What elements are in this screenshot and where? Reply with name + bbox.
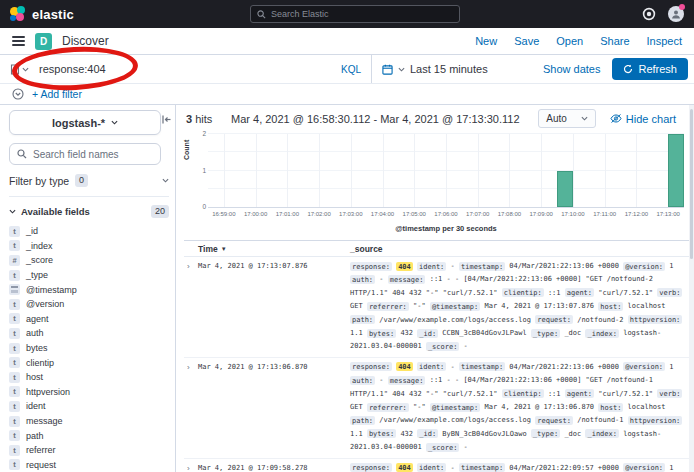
source-field-label: clientip: bbox=[502, 389, 544, 398]
user-avatar[interactable] bbox=[668, 6, 684, 22]
source-value: - bbox=[464, 342, 468, 350]
v-gridline bbox=[636, 134, 637, 207]
source-highlight: 404 bbox=[396, 362, 413, 371]
field-item-_score[interactable]: #_score bbox=[9, 253, 166, 268]
text-field-icon: t bbox=[9, 328, 20, 339]
source-field-label: bytes: bbox=[367, 429, 396, 438]
source-field-label: _id: bbox=[417, 429, 438, 438]
vertical-scrollbar[interactable] bbox=[689, 105, 694, 472]
field-item-httpversion[interactable]: thttpversion bbox=[9, 385, 166, 400]
source-field-label: request: bbox=[535, 416, 573, 425]
filter-by-type-label: Filter by type bbox=[9, 175, 69, 187]
expand-row-icon[interactable]: › bbox=[184, 462, 198, 472]
source-field-label: auth: bbox=[350, 275, 375, 284]
x-tick-label: 16:59:00 bbox=[212, 211, 235, 217]
field-item-_index[interactable]: t_index bbox=[9, 239, 166, 254]
v-gridline bbox=[509, 134, 510, 207]
field-item-auth[interactable]: tauth bbox=[9, 326, 166, 341]
share-button[interactable]: Share bbox=[600, 35, 629, 47]
inspect-button[interactable]: Inspect bbox=[647, 35, 682, 47]
text-field-icon: t bbox=[9, 299, 20, 310]
expand-row-icon[interactable]: › bbox=[184, 260, 198, 271]
time-range-value[interactable]: Last 15 minutes bbox=[410, 63, 488, 75]
source-field-label: timestamp: bbox=[459, 362, 505, 371]
source-field-label: response: bbox=[350, 362, 392, 371]
row-source: response: 404 ident: - timestamp: 04/Mar… bbox=[350, 462, 690, 472]
global-header: elastic Search Elastic bbox=[0, 0, 694, 28]
field-item-agent[interactable]: tagent bbox=[9, 312, 166, 327]
field-item-path[interactable]: tpath bbox=[9, 428, 166, 443]
source-field-label: httpversion: bbox=[628, 416, 683, 425]
elastic-logo[interactable]: elastic bbox=[10, 6, 74, 22]
save-button[interactable]: Save bbox=[514, 35, 539, 47]
histogram-bar[interactable] bbox=[668, 134, 684, 207]
field-search-input[interactable]: Search field names bbox=[9, 143, 161, 165]
sort-desc-icon[interactable]: ▼ bbox=[221, 246, 227, 252]
index-pattern-select[interactable]: logstash-* bbox=[9, 110, 161, 135]
scrollbar-thumb[interactable] bbox=[690, 109, 693, 259]
date-field-icon bbox=[9, 284, 20, 295]
x-tick-label: 17:13:00 bbox=[656, 211, 679, 217]
text-field-icon: t bbox=[9, 357, 20, 368]
refresh-button[interactable]: Refresh bbox=[612, 58, 688, 80]
saved-query-icon[interactable] bbox=[10, 64, 29, 75]
field-name: ident bbox=[26, 401, 46, 411]
hits-bar: 3 hits Mar 4, 2021 @ 16:58:30.112 - Mar … bbox=[176, 105, 694, 132]
filter-menu-icon[interactable] bbox=[12, 88, 24, 100]
global-search-input[interactable]: Search Elastic bbox=[250, 5, 460, 23]
source-field-label: clientip: bbox=[502, 288, 544, 297]
query-language-button[interactable]: KQL bbox=[341, 64, 363, 75]
number-field-icon: # bbox=[9, 255, 20, 266]
x-axis-ticks: 16:59:0017:00:0017:01:0017:02:0017:03:00… bbox=[208, 211, 684, 220]
text-field-icon: t bbox=[9, 416, 20, 427]
source-field-label: path: bbox=[350, 416, 375, 425]
time-column-header[interactable]: Time ▼ bbox=[184, 244, 350, 254]
open-button[interactable]: Open bbox=[556, 35, 583, 47]
date-picker[interactable]: Last 15 minutes bbox=[372, 55, 498, 83]
show-dates-link[interactable]: Show dates bbox=[543, 63, 600, 75]
help-icon[interactable] bbox=[642, 7, 656, 21]
field-item-@timestamp[interactable]: @timestamp bbox=[9, 282, 166, 297]
field-item-bytes[interactable]: tbytes bbox=[9, 341, 166, 356]
field-item-ident[interactable]: tident bbox=[9, 399, 166, 414]
source-value: - bbox=[451, 363, 455, 371]
new-button[interactable]: New bbox=[475, 35, 497, 47]
v-gridline bbox=[414, 134, 415, 207]
field-item-referrer[interactable]: treferrer bbox=[9, 443, 166, 458]
field-name: _index bbox=[26, 241, 53, 251]
histogram-plot[interactable]: 012 bbox=[208, 134, 684, 208]
field-item-@version[interactable]: t@version bbox=[9, 297, 166, 312]
field-item-message[interactable]: tmessage bbox=[9, 414, 166, 429]
chevron-down-icon bbox=[22, 66, 29, 73]
field-list: t_idt_index#_scoret_type@timestampt@vers… bbox=[9, 224, 166, 472]
available-fields-header[interactable]: Available fields 20 bbox=[9, 205, 169, 218]
available-fields-count-badge: 20 bbox=[151, 205, 169, 218]
source-field-label: @timestamp: bbox=[430, 403, 480, 412]
query-input[interactable]: response:404 KQL bbox=[0, 55, 372, 83]
menu-icon[interactable] bbox=[12, 36, 25, 46]
source-field-label: _type: bbox=[531, 329, 560, 338]
field-name: referrer bbox=[26, 445, 56, 455]
interval-select[interactable]: Auto bbox=[538, 109, 596, 128]
expand-row-icon[interactable]: › bbox=[184, 361, 198, 372]
hide-chart-button[interactable]: Hide chart bbox=[610, 113, 676, 125]
search-icon bbox=[257, 10, 266, 19]
v-gridline bbox=[573, 134, 574, 207]
field-item-_id[interactable]: t_id bbox=[9, 224, 166, 239]
source-field-label: @timestamp: bbox=[430, 302, 480, 311]
field-item-host[interactable]: thost bbox=[9, 370, 166, 385]
field-item-clientip[interactable]: tclientip bbox=[9, 355, 166, 370]
source-value: 1 bbox=[669, 363, 673, 371]
chart-time-range: Mar 4, 2021 @ 16:58:30.112 - Mar 4, 2021… bbox=[212, 113, 538, 125]
field-name: bytes bbox=[26, 343, 48, 353]
field-item-request[interactable]: trequest bbox=[9, 458, 166, 472]
text-field-icon: t bbox=[9, 313, 20, 324]
field-item-_type[interactable]: t_type bbox=[9, 268, 166, 283]
collapse-sidebar-icon[interactable] bbox=[161, 114, 172, 125]
table-row: › Mar 4, 2021 @ 17:09:58.278 response: 4… bbox=[184, 459, 690, 472]
add-filter-button[interactable]: + Add filter bbox=[32, 88, 82, 100]
histogram-bar[interactable] bbox=[557, 171, 573, 208]
filter-by-type-control[interactable]: Filter by type 0 bbox=[9, 174, 169, 197]
source-field-label: host: bbox=[598, 302, 623, 311]
source-field-label: agent: bbox=[565, 288, 594, 297]
